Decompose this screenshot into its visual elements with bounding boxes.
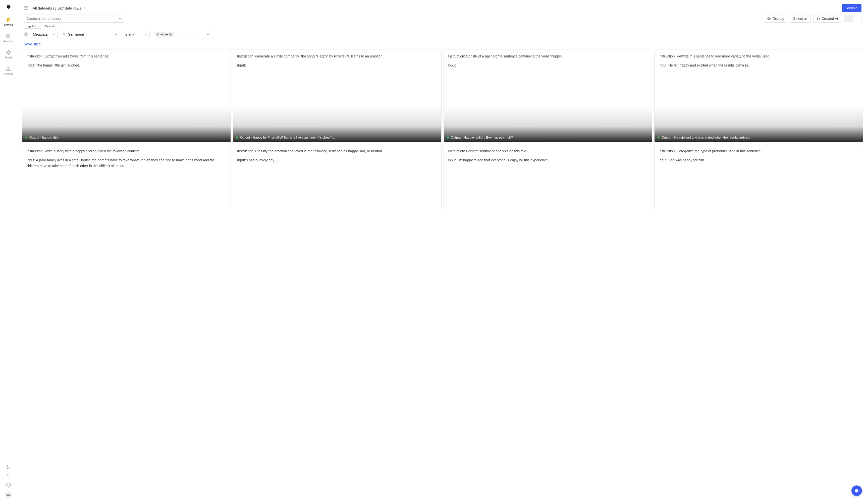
data-card[interactable]: Instruction: Generate a simile comparing… (233, 49, 442, 142)
status-dot-icon (236, 137, 238, 138)
filter-field-select[interactable]: Sentiment (60, 31, 120, 38)
status-dot-icon (25, 137, 27, 138)
nav-schema[interactable]: Schema (3, 65, 13, 76)
select-all-label: Select all (793, 17, 807, 21)
save-slice-button[interactable]: Save slice (17, 41, 868, 49)
svg-rect-14 (847, 19, 848, 20)
card-body: Instruction: Categorize the type of pron… (654, 144, 863, 209)
filter-type-value: Metadata (33, 32, 48, 36)
data-card[interactable]: Instruction: Extract two adjectives from… (22, 49, 231, 142)
card-input: Input: He felt happy and excited when th… (659, 63, 859, 68)
card-footer: Output - Happyy dulluh, Eve hap pyy, huh… (444, 133, 652, 142)
filter-operator-select[interactable]: is any (122, 31, 150, 38)
card-input: Input: I had a lovely day. (237, 157, 437, 163)
dataset-selector[interactable]: All datasets (3,027 data rows) (33, 6, 86, 10)
grid-view-button[interactable] (844, 15, 853, 22)
card-body: Instruction: Rewrite this sentence to ad… (654, 50, 863, 142)
card-footer: Output - happy, little (22, 133, 230, 142)
data-card[interactable]: Instruction: Categorize the type of pron… (654, 144, 863, 209)
sort-label: Created At (822, 17, 838, 21)
nav-label: Catalog (4, 24, 12, 27)
card-body: Instruction: Classify the emotion convey… (233, 144, 441, 209)
card-instruction: Instruction: Categorize the type of pron… (659, 148, 859, 154)
sort-icon (817, 17, 820, 20)
bell-icon[interactable] (6, 473, 11, 479)
menu-icon[interactable] (24, 6, 28, 10)
applied-filters-toggle[interactable]: 1 applied (24, 24, 41, 29)
select-all-button[interactable]: Select all (790, 14, 811, 23)
card-output: Output - happy, little (29, 136, 58, 139)
card-footer: Output - He rejoiced and was elated when… (654, 133, 863, 142)
chevron-down-icon (84, 7, 86, 9)
filter-value-chip: Positive (154, 32, 174, 36)
clear-all-button[interactable]: Clear all (44, 25, 54, 28)
svg-point-8 (768, 18, 769, 19)
filter-row: Metadata Sentiment is any Positive (17, 30, 868, 41)
dataset-label: All datasets (3,027 data rows) (33, 6, 82, 10)
nav-annotate[interactable]: Annotate (3, 32, 13, 44)
nav-label: Model (5, 56, 12, 59)
data-card[interactable]: Instruction: Perform sentiment analysis … (444, 144, 652, 209)
svg-point-4 (8, 486, 9, 486)
remove-value-button[interactable] (169, 33, 172, 36)
card-body: Instruction: Write a story with a happy … (22, 144, 230, 209)
chevron-down-icon (144, 34, 147, 35)
bar-chart-icon (855, 17, 859, 20)
data-card[interactable]: Instruction: Classify the emotion convey… (233, 144, 442, 209)
card-output: Output - Happyy dulluh, Eve hap pyy, huh… (451, 136, 513, 139)
card-instruction: Instruction: Extract two adjectives from… (27, 53, 227, 59)
card-input: Input: (448, 63, 648, 68)
data-card[interactable]: Instruction: Write a story with a happy … (22, 144, 231, 209)
nav-catalog[interactable]: Catalog (3, 16, 13, 27)
chevron-up-icon (38, 26, 40, 27)
card-input: Input: She was happy for him. (659, 157, 859, 163)
card-body: Instruction: Perform sentiment analysis … (444, 144, 652, 209)
filter-value-text: Positive (156, 32, 168, 36)
user-avatar[interactable]: MV (5, 491, 12, 498)
display-label: Display (773, 17, 784, 21)
card-instruction: Instruction: Generate a simile comparing… (237, 53, 437, 59)
filter-type-select[interactable]: Metadata (30, 31, 58, 38)
card-instruction: Instruction: Classify the emotion convey… (237, 148, 437, 154)
sort-button[interactable]: Created At (813, 14, 841, 23)
svg-line-22 (64, 35, 65, 35)
chevron-down-icon (52, 34, 55, 35)
filter-field-value: Sentiment (68, 32, 84, 36)
help-icon[interactable] (6, 482, 11, 488)
chevron-down-icon (119, 18, 121, 19)
data-card[interactable]: Instruction: Rewrite this sentence to ad… (654, 49, 863, 142)
search-input-wrapper[interactable] (24, 14, 124, 23)
filter-operator-value: is any (125, 32, 134, 36)
data-card[interactable]: Instruction: Construct a palindrome sent… (444, 49, 652, 142)
display-button[interactable]: Display (764, 14, 787, 23)
search-input[interactable] (27, 17, 119, 21)
card-footer: Output - Happy by Pharrell Williams is l… (233, 133, 441, 142)
eye-icon (767, 17, 771, 20)
toolbar: Display Select all Created At (17, 14, 868, 24)
card-body: Instruction: Extract two adjectives from… (22, 50, 230, 142)
close-icon (170, 33, 172, 35)
help-fab[interactable] (851, 485, 862, 496)
remove-filter-button[interactable] (24, 32, 28, 36)
sidebar: Catalog Annotate Model Schema (0, 0, 17, 502)
topbar: All datasets (3,027 data rows) Sample (17, 0, 868, 14)
sample-button[interactable]: Sample (841, 4, 861, 12)
card-body: Instruction: Generate a simile comparing… (233, 50, 441, 142)
chevron-down-icon (207, 34, 209, 35)
schema-icon (6, 66, 11, 72)
svg-rect-15 (849, 19, 850, 20)
catalog-icon (6, 17, 11, 23)
nav-label: Annotate (3, 40, 13, 43)
svg-point-1 (8, 52, 9, 53)
svg-point-21 (63, 33, 65, 35)
moon-icon[interactable] (6, 464, 11, 470)
chart-view-button[interactable] (853, 15, 861, 22)
model-icon (6, 50, 11, 55)
chevron-down-icon (115, 34, 117, 35)
nav-model[interactable]: Model (3, 49, 13, 60)
nav-label: Schema (4, 73, 13, 75)
card-instruction: Instruction: Construct a palindrome sent… (448, 53, 648, 59)
view-toggle (844, 15, 861, 22)
filter-value-select[interactable]: Positive (152, 30, 212, 39)
card-input: Input: The happy little girl laughed. (27, 63, 227, 68)
